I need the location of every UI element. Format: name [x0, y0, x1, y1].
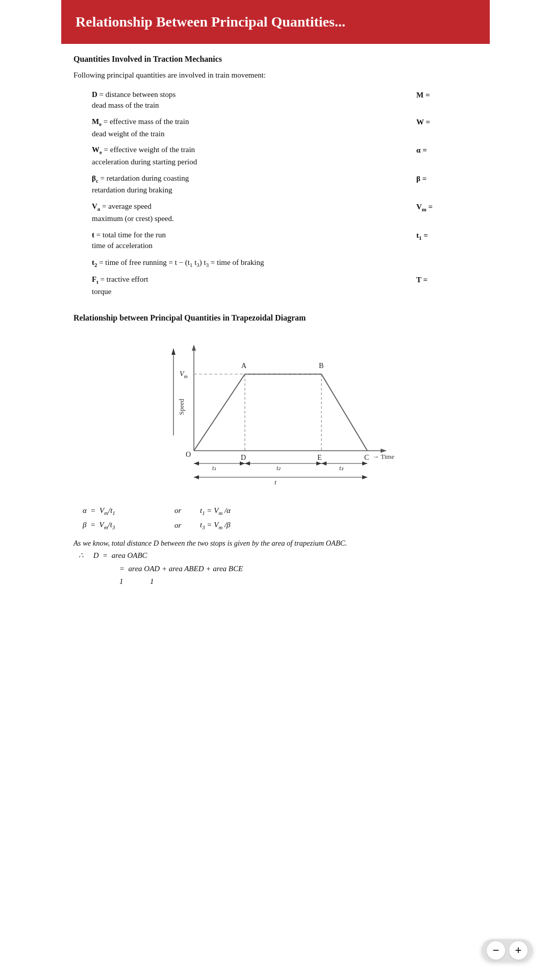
eq-row-alpha: α = Vm/t1 or t1 = Vm /α	[83, 505, 478, 517]
symbol-T: T	[416, 276, 421, 284]
symbol-beta: β	[416, 175, 420, 183]
ft-row: Ft = tractive efforttorque T =	[92, 274, 478, 297]
trapezoidal-diagram: Vm A B O D E C Speed t₁	[148, 333, 403, 497]
qty-row-6: t = total time for the runtime of accele…	[92, 230, 478, 252]
symbol-We: We	[92, 145, 102, 154]
svg-marker-31	[362, 475, 367, 479]
symbol-t2: t2	[92, 258, 97, 266]
qty-row-5: Va = average speedmaximum (or crest) spe…	[92, 201, 478, 224]
symbol-M: M	[416, 91, 423, 99]
svg-text:O: O	[186, 451, 191, 458]
qty-left-5: Va = average speedmaximum (or crest) spe…	[92, 201, 306, 224]
svg-text:t: t	[274, 478, 277, 486]
eq-alpha-or: or	[174, 505, 200, 517]
qty-left-3: We = effective weight of the trainaccele…	[92, 144, 306, 167]
svg-text:B: B	[319, 362, 323, 370]
d-eq3: 1 1	[119, 575, 478, 589]
svg-marker-3	[381, 449, 387, 453]
qty-left-1: D = distance between stopsdead mass of t…	[92, 89, 306, 112]
diagram-area: Vm A B O D E C Speed t₁	[73, 333, 478, 497]
symbol-D: D	[92, 90, 97, 99]
svg-marker-26	[321, 461, 327, 465]
qty-right-2: W =	[406, 116, 478, 139]
ft-row-container: Ft = tractive efforttorque T =	[92, 274, 478, 297]
symbol-alpha: α	[416, 146, 420, 154]
qty-row-4: βc = retardation during coastingretardat…	[92, 173, 478, 196]
header-title: Relationship Between Principal Quantitie…	[76, 14, 345, 30]
eq-row-beta: β = Vm/t3 or t3 = Vm /β	[83, 519, 478, 531]
svg-marker-30	[194, 475, 199, 479]
svg-text:Speed: Speed	[178, 398, 185, 414]
page-header: Relationship Between Principal Quantitie…	[61, 0, 490, 44]
symbol-t1: t1	[416, 231, 421, 239]
section1-title: Quantities Involved in Traction Mechanic…	[73, 53, 478, 65]
therefore-section: ∴ D = area OABC = area OAD + area ABED +…	[79, 549, 478, 589]
equations-area: α = Vm/t1 or t1 = Vm /α β = Vm/t3 or t3 …	[83, 505, 478, 531]
section2-title: Relationship between Principal Quantitie…	[73, 312, 478, 324]
eq-beta-or: or	[174, 520, 200, 531]
symbol-Va: Va	[92, 202, 100, 210]
qty-left-6: t = total time for the runtime of accele…	[92, 230, 306, 252]
svg-text:Vm: Vm	[180, 370, 188, 379]
symbol-Me: Me	[92, 117, 102, 126]
symbol-Vm: Vm	[416, 203, 427, 211]
svg-text:A: A	[241, 362, 247, 370]
qty-row-1: D = distance between stopsdead mass of t…	[92, 89, 478, 112]
symbol-W: W	[416, 118, 424, 126]
quantities-grid: D = distance between stopsdead mass of t…	[92, 89, 478, 252]
qty-right-5: Vm =	[406, 201, 478, 224]
eq-beta-left: β = Vm/t3	[83, 519, 174, 531]
svg-marker-27	[362, 461, 367, 465]
qty-right-6: t1 =	[406, 230, 478, 252]
eq-alpha-left: α = Vm/t1	[83, 505, 174, 517]
main-content: Quantities Involved in Traction Mechanic…	[61, 44, 490, 601]
t2-row: t2 = time of free running = t − (t1 t3) …	[92, 257, 478, 269]
qty-right-4: β =	[406, 173, 478, 196]
qty-left-2: Me = effective mass of the traindead wei…	[92, 116, 306, 139]
qty-right-1: M =	[406, 89, 478, 112]
symbol-t: t	[92, 231, 94, 239]
qty-row-2: Me = effective mass of the traindead wei…	[92, 116, 478, 139]
qty-left-4: βc = retardation during coastingretardat…	[92, 173, 306, 196]
svg-text:t₃: t₃	[339, 464, 344, 472]
svg-marker-1	[192, 345, 196, 351]
svg-text:D: D	[241, 454, 246, 461]
svg-marker-23	[316, 461, 321, 465]
as-we-know-text: As we know, total distance D between the…	[73, 537, 478, 549]
symbol-betac: βc	[92, 174, 98, 182]
therefore-symbol: ∴ D = area OABC	[79, 549, 478, 562]
svg-text:E: E	[317, 454, 322, 461]
svg-text:C: C	[364, 454, 369, 461]
svg-marker-18	[194, 461, 199, 465]
svg-text:t₂: t₂	[277, 464, 281, 472]
symbol-Ft: Ft	[92, 275, 98, 283]
svg-marker-22	[245, 461, 250, 465]
svg-marker-19	[240, 461, 245, 465]
qty-right-ft: T =	[406, 274, 478, 297]
qty-left-ft: Ft = tractive efforttorque	[92, 274, 306, 297]
qty-row-3: We = effective weight of the trainaccele…	[92, 144, 478, 167]
eq-alpha-right: t1 = Vm /α	[200, 505, 231, 517]
d-eq2: = area OAD + area ABED + area BCE	[119, 562, 478, 576]
intro-text: Following principal quantities are invol…	[73, 69, 478, 81]
svg-text:t₁: t₁	[212, 464, 216, 472]
svg-text:→ Time: → Time	[372, 453, 394, 460]
qty-right-3: α =	[406, 144, 478, 167]
eq-beta-right: t3 = Vm /β	[200, 519, 231, 531]
